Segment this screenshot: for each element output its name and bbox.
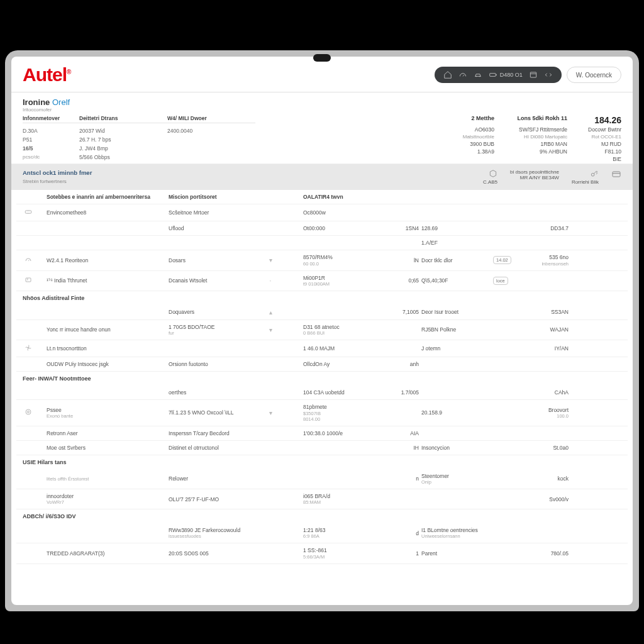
table-body: Envincomethee8Scšeitnoe MrtoerOc8000wUfl… <box>16 204 628 564</box>
table-row[interactable]: RWw3890 JE Farkerocowouldissuesesfuodes1… <box>16 523 628 543</box>
meta-r4c0: pcsc/dc <box>23 154 79 160</box>
row-desc: Doquavers <box>169 309 263 315</box>
svg-rect-3 <box>613 172 620 177</box>
row-c7: AIA <box>381 430 419 436</box>
stat-r5c0 <box>444 156 494 162</box>
header: Autel® D480 O1 W. Oocernck <box>11 57 633 92</box>
toolbar-car[interactable] <box>474 70 482 79</box>
user-chip[interactable]: W. Oocernck <box>567 67 621 83</box>
table-row[interactable]: Yonc rr imuce handre onun1 70G5 BDO/TAOE… <box>16 320 628 340</box>
svg-rect-1 <box>530 72 536 77</box>
row-c8: Parent <box>421 550 491 557</box>
table-row[interactable]: Moe ost SvrbersDistinet el otrructonolIH… <box>16 441 628 455</box>
table-row[interactable]: 1.A/EF <box>16 236 628 250</box>
stat-hdr-1: Lons 5dki Rokh 11 <box>498 115 567 125</box>
chevron-icon[interactable]: ▾ <box>265 326 275 333</box>
stat-r5c2: BIE <box>571 156 621 162</box>
table-row[interactable]: ¹⁵¹ India TthrunetDcanais Wtsolet·Mi00P1… <box>16 271 628 291</box>
table-row[interactable]: Lt.n trsocnorttton1 46.0 MAJMJ otemnIY/A… <box>16 340 628 357</box>
row-c7: 1SN4 <box>381 225 419 231</box>
row-label: innoordoterVoWRr7 <box>47 493 166 505</box>
toolbar-home[interactable] <box>443 70 452 79</box>
row-value: i065 BRA/d85:MAM <box>303 493 379 505</box>
chevron-icon[interactable]: ▾ <box>265 409 275 416</box>
stat-r1c2: Docowr Bwtnr <box>571 126 621 133</box>
row-c8: 20.158.9 <box>421 409 491 416</box>
row-c7: 1.7/005 <box>381 389 419 396</box>
row-desc: Scšeitnoe Mrtoer <box>169 209 263 216</box>
stat-r3c2: MJ RUD <box>571 141 621 147</box>
meta-r2c0: P51 <box>23 136 79 143</box>
stat-r1c1: SW/SFJ Rttitmserde <box>498 126 567 133</box>
row-label: PsseeExonó bante <box>47 407 166 419</box>
row-value: Ot00:000 <box>303 225 379 231</box>
table-row[interactable]: litets offth ÉrsstomstRelowernSteentomer… <box>16 469 628 489</box>
stat-r4c0: 1.38A9 <box>444 148 494 155</box>
meta-r4c2 <box>167 154 255 160</box>
row-value: 1:21 8/636:9 86A <box>303 527 379 539</box>
page-subtitle: Iritoccomofer <box>23 107 621 113</box>
row-c10: St.0a0 <box>525 445 569 451</box>
table-row[interactable]: W2.4.1 ReoriteonDosars▾8570/RM4%60 00.0l… <box>16 250 628 270</box>
card-icon[interactable] <box>611 169 621 179</box>
table-row[interactable]: Doquavers▴7,1005Deor Isur trooetSS3AN <box>16 305 628 320</box>
table-row[interactable]: oerthes104 C3A uobetdd1.7/005CAhA <box>16 386 628 400</box>
screen: Autel® D480 O1 W. Oocernck Ironine Orelf… <box>11 57 633 605</box>
row-value: 1 46.0 MAJM <box>303 345 379 352</box>
row-c8: Docr tklc dlor <box>421 257 491 264</box>
camera-notch <box>313 54 331 62</box>
brand-reg: ® <box>67 69 70 75</box>
row-c10: IY/AN <box>525 345 569 352</box>
row-c8: J otemn <box>421 345 491 352</box>
meta-r3c1: J. JW4 Bmp <box>79 145 167 152</box>
chevron-icon[interactable]: ▾ <box>265 257 275 264</box>
row-c7: 1 <box>381 550 419 557</box>
meta-hdr-2: W4/ MILI Dwoer <box>167 115 255 123</box>
meta-r1c1: 20037 Wid <box>79 128 167 134</box>
row-value: Mi00P1Rt9 010i00AM <box>303 275 379 287</box>
chevron-icon[interactable]: ▴ <box>265 309 275 316</box>
row-c10: 535 6noinbensonseh <box>525 254 569 266</box>
toolbar-window[interactable] <box>529 70 538 79</box>
row-c8: Insoncycion <box>421 445 491 451</box>
section-header: Nhöos Adistitreal Finte <box>16 291 628 305</box>
row-desc: 1 70G5 BDO/TAOEfur <box>169 324 263 336</box>
table-row[interactable]: PsseeExonó bante7lí.1.23 5 WNO Oxcool \I… <box>16 400 628 426</box>
topbar: D480 O1 W. Oocernck <box>435 67 621 83</box>
section-header: ADBCh/ i/6/S3O IDV <box>16 509 628 523</box>
chevron-icon[interactable]: · <box>265 277 275 284</box>
row-desc: 7lí.1.23 5 WNO Oxcool \ILL <box>169 409 263 416</box>
table-row[interactable]: OUDW PUiy Intsocec jsgkOrsionn fuotontoO… <box>16 357 628 372</box>
band-col-0: C.AB5 <box>483 169 497 185</box>
table-row[interactable]: innoordoterVoWRr7OLU'7 25'7 F-UF-MOi065 … <box>16 489 628 509</box>
row-c7: 0;65 <box>381 277 419 284</box>
row-c7: anh <box>381 361 419 367</box>
band-title: Antscl ock1 iminnb fmer <box>23 169 92 176</box>
stat-grid: 2 Metthe Lons 5dki Rokh 11 184.26 AO6030… <box>444 115 621 162</box>
meta-r3c0: 16/5 <box>23 145 79 152</box>
window-icon <box>529 70 538 79</box>
stat-r3c0: 3900 BUB <box>444 141 494 147</box>
toolbar-gauge[interactable] <box>458 70 467 79</box>
row-label: Retronn Aser <box>47 430 166 436</box>
table-row[interactable]: TREDED A8GRARAT(3)20:0S SO0S 0051 SS:-86… <box>16 543 628 564</box>
row-c7: lN <box>381 257 419 264</box>
toolbar-battery[interactable]: D480 O1 <box>489 70 523 79</box>
meta-grid: Infonnmetover Deittetri Dtrans W4/ MILI … <box>23 115 255 160</box>
row-desc: Insperssn T/cary Becdord <box>169 430 263 436</box>
stat-r4c2: F81.10 <box>571 148 621 155</box>
svg-rect-0 <box>489 74 495 77</box>
info-row: Infonnmetover Deittetri Dtrans W4/ MILI … <box>23 115 621 162</box>
row-desc: OLU'7 25'7 F-UF-MO <box>169 496 263 502</box>
svg-point-6 <box>28 347 29 348</box>
meta-r4c1: 5/566 Obbps <box>79 154 167 160</box>
table-row[interactable]: Retronn AserInsperssn T/cary Becdord1'00… <box>16 426 628 441</box>
table-row[interactable]: UfloodOt00:0001SN4128.69DD34.7 <box>16 221 628 236</box>
gauge-icon <box>23 256 44 265</box>
table-row[interactable]: Envincomethee8Scšeitnoe MrtoerOc8000w <box>16 204 628 221</box>
band-right: C.AB5 bi dsors peoolnttichne MR A/NY BE3… <box>483 169 621 185</box>
toolbar-code[interactable] <box>544 70 553 79</box>
row-desc: Dcanais Wtsolet <box>169 277 263 284</box>
meter-icon <box>23 208 44 217</box>
row-c7: d <box>381 530 419 536</box>
